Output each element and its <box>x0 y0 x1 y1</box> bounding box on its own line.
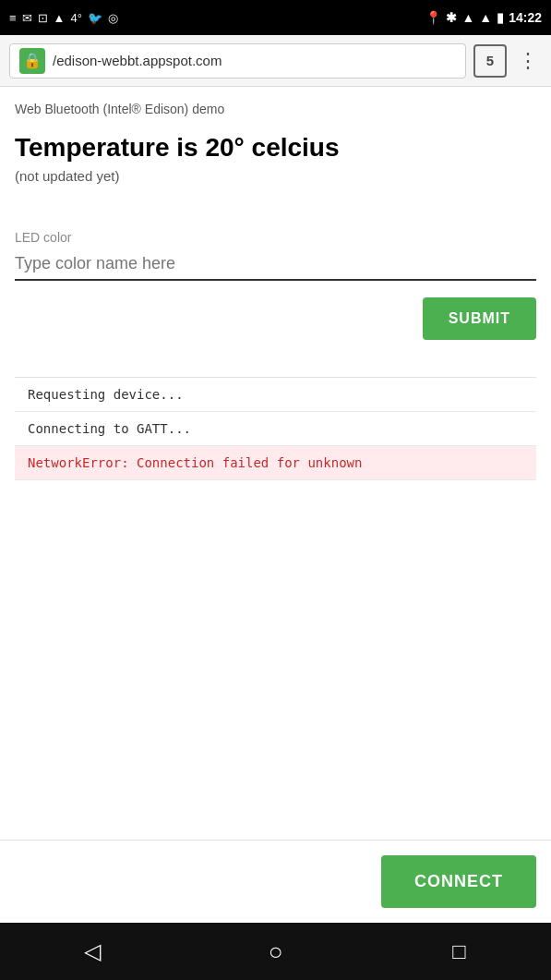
log-section: Requesting device... Connecting to GATT.… <box>15 377 536 480</box>
note-icon: ≡ <box>9 11 17 25</box>
submit-row: SUBMIT <box>15 297 536 340</box>
url-bar[interactable]: 🔒 /edison-webbt.appspot.com <box>9 43 466 79</box>
submit-button[interactable]: SUBMIT <box>423 297 536 340</box>
overflow-menu-button[interactable]: ⋮ <box>514 49 542 73</box>
bluetooth-icon: ✱ <box>446 10 457 25</box>
twitter-icon: 🐦 <box>88 11 102 25</box>
image-icon: ⊡ <box>38 11 48 25</box>
bottom-nav <box>0 923 551 980</box>
wifi-icon: ▲ <box>461 10 474 25</box>
battery-icon: ▮ <box>497 10 504 25</box>
signal-icon: ▲ <box>479 10 492 25</box>
chrome-icon: ◎ <box>108 11 118 25</box>
status-bar-right-icons: 📍 ✱ ▲ ▲ ▮ 14:22 <box>425 10 542 25</box>
time-display: 14:22 <box>509 10 542 25</box>
status-bar: ≡ ✉ ⊡ ▲ 4° 🐦 ◎ 📍 ✱ ▲ ▲ ▮ 14:22 <box>0 0 551 35</box>
back-button[interactable] <box>69 928 115 974</box>
connect-row: CONNECT <box>0 840 551 923</box>
main-content: Web Bluetooth (Intel® Edison) demo Tempe… <box>0 87 551 840</box>
log-entry: Connecting to GATT... <box>15 412 536 446</box>
lock-icon: 🔒 <box>19 48 45 74</box>
tab-count[interactable]: 5 <box>473 44 507 78</box>
led-color-input[interactable] <box>15 250 536 281</box>
recents-button[interactable] <box>437 928 483 974</box>
location-icon: 📍 <box>425 10 441 25</box>
email-icon: ✉ <box>22 11 32 25</box>
status-bar-icons: ≡ ✉ ⊡ ▲ 4° 🐦 ◎ <box>9 11 118 25</box>
address-bar: 🔒 /edison-webbt.appspot.com 5 ⋮ <box>0 35 551 87</box>
page-subtitle: Web Bluetooth (Intel® Edison) demo <box>15 102 536 116</box>
mountain-icon: ▲ <box>54 11 66 25</box>
temperature-heading: Temperature is 20° celcius <box>15 133 536 163</box>
led-section: LED color <box>15 230 536 281</box>
log-entry: Requesting device... <box>15 378 536 412</box>
home-button[interactable] <box>253 928 299 974</box>
connect-button[interactable]: CONNECT <box>381 855 536 908</box>
log-entry-error: NetworkError: Connection failed for unkn… <box>15 446 536 480</box>
temp-icon: 4° <box>70 11 81 25</box>
not-updated-text: (not updated yet) <box>15 168 536 184</box>
url-text: /edison-webbt.appspot.com <box>53 53 222 68</box>
led-color-label: LED color <box>15 230 536 245</box>
